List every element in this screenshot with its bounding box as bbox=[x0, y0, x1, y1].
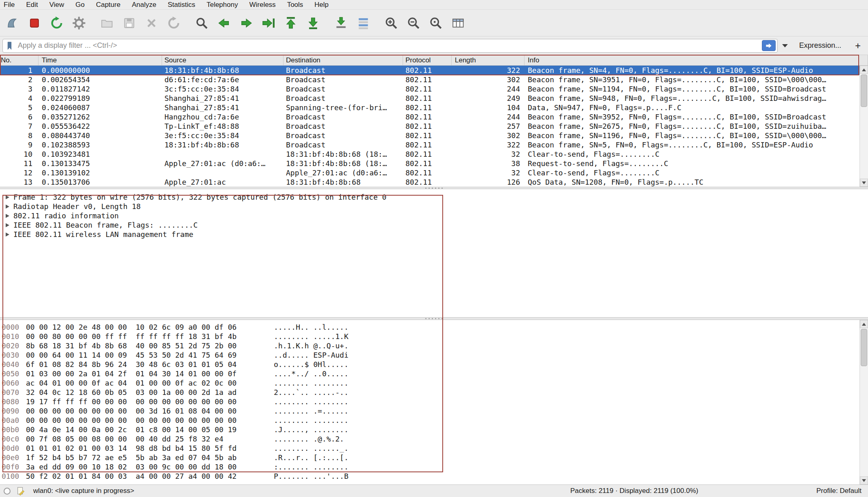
packet-row[interactable]: 12 0.130139102 Apple_27:01:ac (d0:a6:… 8… bbox=[0, 168, 859, 177]
expander-triangle-icon[interactable] bbox=[6, 205, 9, 209]
menu-wireless[interactable]: Wireless bbox=[243, 1, 281, 9]
packet-row[interactable]: 7 0.055536422 Tp-LinkT_ef:48:88 Broadcas… bbox=[0, 122, 859, 131]
menu-go[interactable]: Go bbox=[70, 1, 90, 9]
packet-length: 32 bbox=[452, 168, 525, 177]
scrollbar-thumb[interactable] bbox=[861, 329, 867, 366]
scroll-down-button[interactable] bbox=[860, 476, 868, 484]
hex-ascii: ........ ........ bbox=[274, 378, 348, 388]
packet-row[interactable]: 2 0.002654354 d6:61:fe:cd:7a:6e Broadcas… bbox=[0, 75, 859, 84]
packet-length: 244 bbox=[452, 112, 525, 122]
expander-triangle-icon[interactable] bbox=[6, 214, 9, 218]
packet-info: Beacon frame, SN=1194, FN=0, Flags=.....… bbox=[525, 84, 859, 94]
expander-triangle-icon[interactable] bbox=[6, 195, 9, 199]
go-back-button[interactable] bbox=[214, 14, 234, 32]
hex-row: 0050 01 03 00 00 2a 01 04 2f 01 04 30 14… bbox=[2, 369, 868, 378]
menu-help[interactable]: Help bbox=[309, 1, 334, 9]
display-filter-input[interactable] bbox=[2, 39, 778, 53]
profile-button[interactable]: Profile: Default bbox=[817, 487, 862, 495]
detail-line[interactable]: IEEE 802.11 Beacon frame, Flags: .......… bbox=[4, 220, 868, 230]
packet-row[interactable]: 8 0.080443740 3e:f5:cc:0e:35:84 Broadcas… bbox=[0, 131, 859, 140]
hex-offset: 0030 bbox=[2, 350, 26, 360]
scroll-up-button[interactable] bbox=[860, 66, 868, 74]
detail-line[interactable]: Radiotap Header v0, Length 18 bbox=[4, 202, 868, 211]
expander-triangle-icon[interactable] bbox=[6, 233, 9, 237]
menu-view[interactable]: View bbox=[44, 1, 70, 9]
hex-ascii: ....*../ ..0..... bbox=[274, 369, 348, 378]
filter-history-dropdown[interactable] bbox=[780, 39, 790, 53]
packet-bytes-scrollbar[interactable] bbox=[859, 320, 868, 484]
save-file-button[interactable] bbox=[119, 14, 139, 32]
packet-destination: Broadcast bbox=[284, 122, 403, 131]
zoom-in-button[interactable] bbox=[382, 14, 401, 32]
detail-line[interactable]: 802.11 radio information bbox=[4, 211, 868, 220]
scroll-down-button[interactable] bbox=[860, 179, 868, 187]
column-header-info[interactable]: Info bbox=[525, 55, 868, 65]
detail-line[interactable]: IEEE 802.11 wireless LAN management fram… bbox=[4, 230, 868, 239]
auto-scroll-button[interactable] bbox=[331, 14, 351, 32]
stop-capture-button[interactable] bbox=[25, 14, 44, 32]
resize-columns-button[interactable] bbox=[448, 14, 468, 32]
open-file-button[interactable] bbox=[97, 14, 117, 32]
column-header-source[interactable]: Source bbox=[162, 55, 284, 65]
zoom-original-button[interactable] bbox=[426, 14, 446, 32]
restart-capture-button[interactable] bbox=[47, 14, 66, 32]
expression-button[interactable]: Expression... bbox=[790, 41, 849, 50]
bookmark-icon[interactable] bbox=[6, 41, 13, 50]
scroll-up-button[interactable] bbox=[860, 320, 868, 328]
packet-row[interactable]: 4 0.022799189 Shanghai_27:85:41 Broadcas… bbox=[0, 94, 859, 103]
apply-filter-button[interactable] bbox=[762, 40, 776, 51]
hex-row: 00f0 3a ed dd 09 00 10 18 02 03 00 9c 00… bbox=[2, 462, 868, 471]
hex-offset: 0060 bbox=[2, 378, 26, 388]
detail-line[interactable]: Frame 1: 322 bytes on wire (2576 bits), … bbox=[4, 192, 868, 202]
restart-icon bbox=[50, 16, 64, 30]
pane-splitter-bottom[interactable] bbox=[0, 317, 868, 320]
column-header-destination[interactable]: Destination bbox=[284, 55, 403, 65]
packet-row[interactable]: 6 0.035271262 Hangzhou_cd:7a:6e Broadcas… bbox=[0, 112, 859, 122]
menu-telephony[interactable]: Telephony bbox=[201, 1, 244, 9]
go-to-packet-button[interactable] bbox=[259, 14, 278, 32]
detail-text: Frame 1: 322 bytes on wire (2576 bits), … bbox=[13, 193, 386, 201]
start-capture-button[interactable] bbox=[2, 14, 22, 32]
add-filter-button[interactable]: + bbox=[849, 40, 863, 51]
close-file-button[interactable] bbox=[142, 14, 161, 32]
hex-bytes: 01 03 00 00 2a 01 04 2f 01 04 30 14 01 0… bbox=[26, 369, 274, 378]
go-first-button[interactable] bbox=[281, 14, 301, 32]
packet-row[interactable]: 9 0.102388593 18:31:bf:4b:8b:68 Broadcas… bbox=[0, 140, 859, 149]
go-forward-button[interactable] bbox=[237, 14, 256, 32]
packet-list-scrollbar[interactable] bbox=[859, 66, 868, 187]
capture-options-button[interactable] bbox=[69, 14, 89, 32]
colorize-button[interactable] bbox=[354, 14, 373, 32]
zoom-out-button[interactable] bbox=[404, 14, 423, 32]
packet-row[interactable]: 11 0.130133475 Apple_27:01:ac (d0:a6:… 1… bbox=[0, 159, 859, 168]
packet-info: Beacon frame, SN=1196, FN=0, Flags=.....… bbox=[525, 131, 859, 140]
menu-tools[interactable]: Tools bbox=[282, 1, 309, 9]
reload-file-button[interactable] bbox=[164, 14, 183, 32]
menu-statistics[interactable]: Statistics bbox=[162, 1, 201, 9]
scrollbar-thumb[interactable] bbox=[861, 75, 867, 107]
find-packet-button[interactable] bbox=[192, 14, 211, 32]
display-filter-field[interactable] bbox=[17, 41, 762, 50]
save-icon bbox=[122, 16, 136, 30]
menu-edit[interactable]: Edit bbox=[20, 1, 43, 9]
column-header-protocol[interactable]: Protocol bbox=[403, 55, 452, 65]
packet-row[interactable]: 3 0.011827142 3c:f5:cc:0e:35:84 Broadcas… bbox=[0, 84, 859, 94]
expander-triangle-icon[interactable] bbox=[6, 223, 9, 227]
menu-analyze[interactable]: Analyze bbox=[126, 1, 162, 9]
capture-comment-icon[interactable] bbox=[16, 486, 25, 495]
column-header-length[interactable]: Length bbox=[452, 55, 525, 65]
menu-file[interactable]: File bbox=[0, 1, 20, 9]
menu-capture[interactable]: Capture bbox=[90, 1, 126, 9]
packet-protocol: 802.11 bbox=[403, 112, 452, 122]
go-last-button[interactable] bbox=[303, 14, 323, 32]
packet-row[interactable]: 5 0.024060087 Shanghai_27:85:41 Spanning… bbox=[0, 103, 859, 112]
packet-row[interactable]: 1 0.000000000 18:31:bf:4b:8b:68 Broadcas… bbox=[0, 66, 859, 75]
packet-protocol: 802.11 bbox=[403, 94, 452, 103]
hex-row: 00a0 00 00 00 00 00 00 00 00 00 00 00 00… bbox=[2, 416, 868, 425]
expert-info-icon[interactable] bbox=[4, 488, 11, 495]
triangle-up-icon bbox=[862, 323, 866, 326]
column-header-no[interactable]: No. bbox=[0, 55, 38, 65]
packet-row[interactable]: 13 0.135013706 Apple_27:01:ac 18:31:bf:4… bbox=[0, 177, 859, 187]
packet-row[interactable]: 10 0.103923481 18:31:bf:4b:8b:68 (18:… 8… bbox=[0, 149, 859, 159]
packet-source: Tp-LinkT_ef:48:88 bbox=[162, 122, 284, 131]
column-header-time[interactable]: Time bbox=[38, 55, 162, 65]
